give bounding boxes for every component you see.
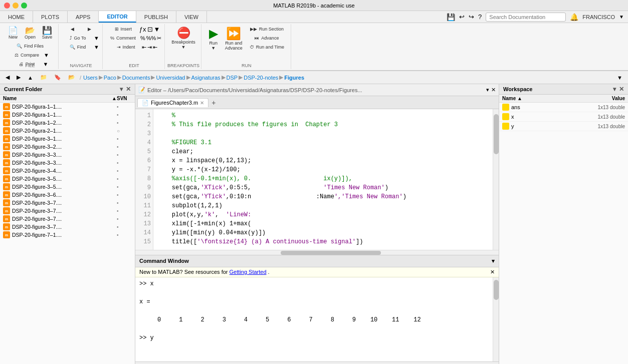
addr-forward-button[interactable]: ▶ <box>14 73 23 82</box>
comment-icon2[interactable]: %% <box>146 35 156 41</box>
find-chevron[interactable]: ▼ <box>94 44 99 50</box>
cw-content[interactable]: >> x x = 0 1 2 3 4 5 6 7 8 9 10 11 12 >>… <box>135 277 493 361</box>
save-icon[interactable]: 💾 <box>447 13 455 21</box>
tab-editor[interactable]: EDITOR <box>99 11 136 23</box>
insert-button[interactable]: ⊞ Insert <box>108 25 138 33</box>
indent-button[interactable]: ⇥ Indent <box>111 43 141 51</box>
tab-plots[interactable]: PLOTS <box>33 11 68 23</box>
indent-icon4[interactable]: ⇤ <box>153 44 157 51</box>
back-button[interactable]: ◀ <box>64 25 80 33</box>
tab-apps[interactable]: APPS <box>68 11 99 23</box>
workspace-close-icon[interactable]: ✕ <box>619 86 624 93</box>
addr-figures[interactable]: Figures <box>284 75 304 81</box>
breakpoints-button[interactable]: ⛔ Breakpoints ▼ <box>169 25 198 51</box>
redo-icon[interactable]: ↪ <box>469 13 474 21</box>
list-item[interactable]: m DSP-20-figure-3–4.... • <box>0 167 135 175</box>
workspace-menu-icon[interactable]: ▾ <box>613 86 616 93</box>
addr-paco[interactable]: Paco <box>104 75 116 81</box>
list-item[interactable]: m DSP-20-figure-3–3.... • <box>0 159 135 167</box>
addr-folder-button[interactable]: 📂 <box>66 73 78 82</box>
editor-hscrollbar[interactable] <box>135 250 499 255</box>
help-icon[interactable]: ? <box>478 13 482 21</box>
compare-button[interactable]: ⚖ Compare <box>11 51 43 59</box>
tab-home[interactable]: HOME <box>0 11 33 23</box>
list-item[interactable]: m DSP-20-figura-1–1.... • <box>0 111 135 119</box>
addr-asignaturas[interactable]: Asignaturas <box>191 75 221 81</box>
addr-universidad[interactable]: Universidad <box>156 75 185 81</box>
sidebar-menu-icon[interactable]: ▾ <box>120 86 123 93</box>
list-item[interactable]: m DSP-20-figure-3–7.... • <box>0 199 135 207</box>
list-item[interactable]: m DSP-20-figure-3–5.... • <box>0 175 135 183</box>
editor-options-icon[interactable]: ▾ <box>486 87 489 93</box>
editor-tab-figures[interactable]: 📄 FiguresChapter3.m ✕ <box>137 98 208 107</box>
list-item[interactable]: m DSP-20-figure-3–5.... • <box>0 183 135 191</box>
list-item[interactable]: m DSP-20-figura-2–1.... ○ <box>0 127 135 135</box>
undo-icon[interactable]: ↩ <box>459 13 465 21</box>
addr-dropdown-button[interactable]: ▼ <box>614 74 625 82</box>
goto-button[interactable]: ⤴ Go To <box>63 34 93 42</box>
ws-variable-row[interactable]: x 1x13 double <box>499 112 628 122</box>
editor-scrollbar[interactable] <box>493 109 499 250</box>
tab-add-button[interactable]: + <box>208 98 219 108</box>
tab-publish[interactable]: PUBLISH <box>136 11 176 23</box>
username-label[interactable]: FRANCISCO <box>582 14 615 20</box>
cw-menu-icon[interactable]: ▾ <box>492 258 495 264</box>
cw-notice-close-icon[interactable]: ✕ <box>490 269 495 275</box>
tab-close-icon[interactable]: ✕ <box>200 100 204 106</box>
comment-pct-icon[interactable]: % <box>140 35 145 41</box>
forward-button[interactable]: ▶ <box>81 25 97 33</box>
addr-dsp20notes[interactable]: DSP-20-notes <box>244 75 278 81</box>
close-button[interactable] <box>4 3 10 9</box>
new-button[interactable]: 📄 New <box>5 25 21 41</box>
getting-started-link[interactable]: Getting Started <box>230 269 267 275</box>
addr-documents[interactable]: Documents <box>122 75 150 81</box>
addr-users[interactable]: Users <box>83 75 98 81</box>
compare-chevron[interactable]: ▼ <box>44 52 49 58</box>
list-item[interactable]: m DSP-20-figura-1–1.... • <box>0 103 135 111</box>
find-files-button[interactable]: 🔍 Find Files <box>13 42 47 50</box>
code-editor[interactable]: % % This file produces the figures in Ch… <box>153 109 493 250</box>
cw-scrollbar[interactable] <box>493 277 499 361</box>
run-section-button[interactable]: ▶▶ Run Section <box>246 25 288 33</box>
open-button[interactable]: 📂 Open <box>22 25 38 41</box>
comment-button[interactable]: % Comment <box>107 34 139 42</box>
addr-bookmark-button[interactable]: 🔖 <box>52 73 64 82</box>
addr-dsp[interactable]: DSP <box>227 75 238 81</box>
sidebar-close-icon[interactable]: ✕ <box>126 86 131 93</box>
username-chevron[interactable]: ▼ <box>619 14 624 20</box>
find-button[interactable]: 🔍 Find <box>63 43 93 51</box>
minimize-button[interactable] <box>13 3 19 9</box>
save-button[interactable]: 💾 Save <box>39 25 55 41</box>
search-input[interactable] <box>486 13 566 22</box>
tab-view[interactable]: VIEW <box>176 11 207 23</box>
maximize-button[interactable] <box>21 3 27 9</box>
notification-icon[interactable]: 🔔 <box>570 13 578 21</box>
breakpoints-chevron[interactable]: ▼ <box>181 45 186 50</box>
indent-icon2[interactable]: ⇤ <box>142 44 146 51</box>
list-item[interactable]: m DSP-20-figure-3–7.... • <box>0 223 135 231</box>
run-button[interactable]: ▶ Run ▼ <box>205 25 222 52</box>
addr-up-button[interactable]: ▲ <box>25 74 36 82</box>
edit-icon2[interactable]: ▼ <box>154 26 160 33</box>
addr-back-button[interactable]: ◀ <box>3 73 12 82</box>
list-item[interactable]: m DSP-20-figure-3–6.... • <box>0 191 135 199</box>
goto-chevron[interactable]: ▼ <box>94 35 99 41</box>
ws-variable-row[interactable]: ans 1x13 double <box>499 103 628 112</box>
window-controls[interactable] <box>4 3 27 9</box>
list-item[interactable]: m DSP-20-figure-7–1.... • <box>0 231 135 239</box>
ws-variable-row[interactable]: y 1x13 double <box>499 122 628 131</box>
comment-icon3[interactable]: ✂ <box>157 35 161 42</box>
run-chevron[interactable]: ▼ <box>211 46 216 51</box>
list-item[interactable]: m DSP-20-figure-3–3.... • <box>0 151 135 159</box>
edit-icon1[interactable]: ⊡ <box>147 26 153 33</box>
run-time-button[interactable]: ⏱ Run and Time <box>246 43 288 51</box>
list-item[interactable]: m DSP-20-figure-3–7.... • <box>0 215 135 223</box>
list-item[interactable]: m DSP-20-figura-1–2.... • <box>0 119 135 127</box>
indent-icon3[interactable]: ⇥ <box>147 44 152 51</box>
addr-browse-button[interactable]: 📁 <box>38 73 50 82</box>
list-item[interactable]: m DSP-20-figure-3–1.... • <box>0 135 135 143</box>
advance-button[interactable]: ⏭ Advance <box>246 34 288 42</box>
list-item[interactable]: m DSP-20-figure-3–7.... • <box>0 207 135 215</box>
run-advance-button[interactable]: ⏩ Run andAdvance <box>223 25 245 52</box>
list-item[interactable]: m DSP-20-figure-3–2.... • <box>0 143 135 151</box>
